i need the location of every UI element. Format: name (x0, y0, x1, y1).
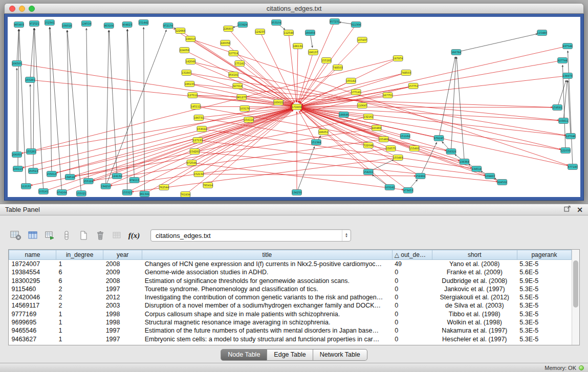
graph-node[interactable]: 150513 (28, 168, 38, 174)
graph-node[interactable]: 153022 (197, 126, 207, 132)
graph-node[interactable]: 972544 (187, 160, 197, 166)
graph-node[interactable]: 924502 (497, 180, 507, 185)
graph-node[interactable]: 155281 (26, 149, 36, 155)
graph-node[interactable]: 183022 (274, 100, 284, 105)
scrollbar-thumb[interactable] (573, 260, 578, 308)
column-header-title[interactable]: title (142, 250, 392, 260)
graph-node[interactable]: 127512 (188, 93, 198, 98)
graph-node[interactable]: 679197 (434, 136, 444, 141)
float-panel-icon[interactable] (564, 206, 571, 213)
graph-node[interactable]: 154211 (363, 169, 373, 175)
show-columns-icon[interactable] (25, 229, 40, 242)
graph-edge[interactable] (17, 63, 292, 106)
graph-node[interactable]: 132161 (363, 114, 373, 120)
graph-node[interactable]: 155021 (76, 191, 86, 196)
graph-edge[interactable] (132, 158, 398, 192)
graph-node[interactable]: 134973 (563, 73, 573, 79)
graph-node[interactable]: 155321 (122, 190, 132, 195)
graph-node[interactable]: 974113 (129, 178, 139, 183)
tab-node-table[interactable]: Node Table (221, 349, 267, 361)
graph-edge[interactable] (194, 151, 497, 182)
graph-node[interactable]: 974164 (57, 190, 67, 195)
graph-node[interactable]: 220469 (372, 125, 381, 131)
graph-node[interactable]: 155182 (321, 58, 331, 63)
graph-edge[interactable] (19, 29, 26, 186)
graph-node[interactable]: 124519 (81, 21, 91, 27)
table-row[interactable]: 969969511998Structural magnetic resonanc… (9, 318, 572, 326)
graph-node[interactable]: 155013 (47, 171, 56, 177)
graph-node[interactable]: 197974 (393, 56, 403, 61)
graph-edge[interactable] (67, 30, 70, 177)
column-header-name[interactable]: name (9, 250, 56, 260)
graph-node[interactable]: 127046 (566, 134, 576, 139)
graph-node[interactable]: 748503 (333, 65, 342, 71)
close-panel-icon[interactable]: ✕ (577, 207, 583, 213)
column-header-in_degree[interactable]: in_degree (56, 250, 103, 260)
combo-arrows-icon[interactable]: ▲▼ (342, 230, 351, 241)
table-selector[interactable]: citations_edges.txt ▲▼ (150, 229, 351, 242)
graph-edge[interactable] (34, 28, 43, 191)
graph-node[interactable]: 972174 (163, 23, 173, 29)
graph-edge[interactable] (30, 28, 34, 80)
graph-node[interactable]: 186013 (186, 36, 195, 42)
graph-node[interactable]: 186051 (318, 129, 328, 135)
graph-edge[interactable] (86, 28, 89, 181)
graph-node[interactable]: 155469 (379, 137, 388, 142)
graph-node[interactable]: 103811 (559, 118, 569, 124)
graph-node[interactable]: 107437 (357, 37, 367, 43)
graph-node[interactable]: 134514 (472, 166, 482, 172)
graph-node[interactable]: 811304 (351, 22, 361, 28)
graph-node[interactable]: 220058 (221, 40, 230, 46)
graph-edge[interactable] (31, 107, 292, 151)
graph-node[interactable]: 937549 (563, 43, 573, 49)
table-row[interactable]: 2242004622012Investigating the contribut… (9, 293, 572, 301)
graph-node[interactable]: 196137 (308, 50, 318, 55)
graph-node[interactable]: 109318 (62, 23, 72, 29)
graph-node[interactable]: 109463 (485, 173, 495, 179)
graph-edge[interactable] (199, 174, 416, 176)
window-titlebar[interactable]: citations_edges.txt (4, 3, 584, 14)
graph-node[interactable]: 122668 (176, 28, 185, 34)
graph-node[interactable]: 965403 (14, 22, 24, 28)
column-header-year[interactable]: year (103, 250, 142, 260)
graph-node[interactable]: 155493 (409, 146, 419, 151)
graph-node[interactable]: 134210 (101, 184, 111, 189)
graph-node[interactable]: 722048 (363, 143, 373, 148)
graph-node[interactable]: 152341 (45, 20, 54, 26)
graph-edge[interactable] (30, 84, 31, 151)
graph-edge[interactable] (144, 27, 145, 194)
graph-node[interactable]: 121033 (561, 148, 571, 154)
graph-node[interactable]: 327014 (233, 83, 243, 89)
graph-node[interactable]: 961341 (140, 191, 149, 197)
close-button[interactable] (9, 6, 15, 12)
graph-edge[interactable] (439, 57, 455, 138)
network-canvas[interactable]: 9654039725211523411093181245198631049048… (8, 17, 580, 197)
graph-edge[interactable] (297, 46, 298, 102)
column-header-out_degree[interactable]: △ out_de… (392, 250, 432, 260)
import-table-icon[interactable] (110, 229, 125, 242)
graph-edge[interactable] (75, 128, 377, 177)
graph-node[interactable]: 166459 (305, 30, 315, 36)
graph-edge[interactable] (299, 60, 326, 103)
graph-node[interactable]: 124235 (255, 29, 265, 35)
graph-node[interactable]: 110647 (357, 103, 367, 108)
column-header-short[interactable]: short (432, 250, 517, 260)
graph-node[interactable]: 131847 (182, 70, 191, 76)
graph-edge[interactable] (299, 111, 316, 142)
graph-node[interactable]: 155182 (346, 78, 356, 84)
table-row[interactable]: 1456911722003Disruption of a novel membe… (9, 301, 572, 310)
function-builder-icon[interactable]: f(x) (126, 229, 142, 242)
graph-node[interactable]: 124132 (112, 173, 122, 179)
table-row[interactable]: 1872400712008Changes of HCN gene express… (9, 260, 572, 269)
graph-node[interactable]: 127133 (193, 138, 203, 143)
graph-node[interactable]: 186731 (194, 115, 204, 121)
graph-node[interactable]: 155281 (25, 77, 35, 83)
graph-edge[interactable] (89, 108, 293, 181)
graph-node[interactable]: 904823 (122, 22, 132, 28)
graph-node[interactable]: 127514 (229, 51, 238, 56)
graph-edge[interactable] (233, 75, 293, 105)
graph-node[interactable]: 677180 (568, 164, 578, 170)
graph-node[interactable]: 226807 (224, 26, 233, 32)
graph-edge[interactable] (18, 29, 19, 169)
graph-node[interactable]: 167751 (383, 93, 393, 98)
